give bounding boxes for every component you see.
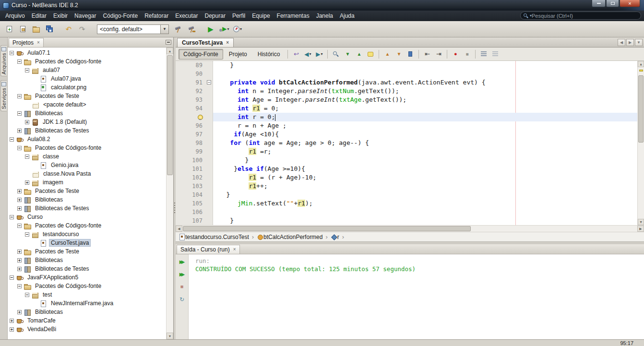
expander-toggle[interactable]: − — [10, 275, 14, 280]
editor-vscroll-thumb[interactable] — [638, 75, 644, 143]
expander-toggle[interactable]: − — [10, 137, 14, 142]
fold-collapse-icon[interactable]: − — [207, 80, 211, 84]
expander-toggle[interactable]: − — [17, 284, 22, 288]
toggle-highlight-button[interactable] — [365, 49, 376, 60]
tab-output[interactable]: Saída - Curso (run) × — [177, 245, 240, 254]
tree-item[interactable]: −classe — [8, 152, 173, 161]
code-line[interactable]: 89 } — [176, 61, 644, 70]
tree-item[interactable]: −Aula08.2 — [8, 135, 173, 143]
scroll-tabs-right-button[interactable]: ▶ — [626, 39, 634, 46]
menu-item-navegar[interactable]: Navegar — [71, 11, 99, 21]
toggle-bookmark-button[interactable] — [405, 49, 416, 60]
menu-item-c-digo-fonte[interactable]: Código-Fonte — [99, 11, 141, 21]
expander-toggle[interactable]: − — [17, 60, 22, 64]
tree-item[interactable]: +Pacotes de Teste — [8, 187, 173, 195]
editor-vertical-scrollbar[interactable]: ▲ ▼ — [637, 61, 644, 225]
uncomment-button[interactable] — [490, 49, 501, 60]
code-line[interactable]: 92 int n = Integer.parseInt(txtNum.getTe… — [176, 87, 644, 95]
tree-item[interactable]: +VendaDeBi — [8, 325, 173, 334]
debug-project-button[interactable]: ▶▾ — [218, 23, 230, 36]
stop-build-button[interactable]: ■ — [178, 282, 187, 291]
tree-item[interactable]: +Bibliotecas — [8, 195, 173, 204]
find-selection-button[interactable] — [331, 49, 341, 60]
code-line[interactable]: 97 if(Age <10){ — [176, 130, 644, 139]
build-project-button[interactable] — [172, 23, 184, 36]
tree-item[interactable]: +Bibliotecas — [8, 256, 173, 264]
minimize-panel-button[interactable] — [166, 40, 171, 45]
expander-toggle[interactable]: − — [25, 68, 29, 72]
expander-toggle[interactable]: + — [17, 189, 22, 193]
tab-cursotest-java[interactable]: CursoTest.java × — [177, 38, 234, 47]
projects-scrollbar-thumb[interactable] — [167, 55, 173, 175]
expander-toggle[interactable]: + — [17, 267, 22, 271]
expander-toggle[interactable]: − — [10, 215, 14, 219]
tree-item[interactable]: +imagem — [8, 178, 173, 187]
scroll-up-icon[interactable]: ▲ — [167, 48, 173, 54]
tree-item[interactable]: −Pacotes de Códigos-fonte — [8, 57, 173, 66]
tree-item[interactable]: +TomarCafe — [8, 316, 173, 325]
previous-bookmark-button[interactable]: ▲ — [382, 49, 393, 60]
menu-item-equipe[interactable]: Equipe — [249, 11, 273, 21]
stop-macro-button[interactable]: ■ — [462, 49, 472, 60]
tree-item[interactable]: −Curso — [8, 213, 173, 221]
previous-occurrence-button[interactable]: ▲ — [354, 49, 364, 60]
tree-item[interactable]: +JDK 1.8 (Default) — [8, 118, 173, 126]
forward-button[interactable]: ▶▾ — [314, 49, 324, 60]
expander-toggle[interactable]: + — [17, 206, 22, 211]
tree-item[interactable]: −JavaFXApplication5 — [8, 273, 173, 282]
expander-toggle[interactable]: + — [17, 250, 22, 254]
menu-item-exibir[interactable]: Exibir — [50, 11, 71, 21]
last-edit-button[interactable]: ↩ — [291, 49, 301, 60]
expander-toggle[interactable]: + — [17, 198, 22, 202]
tree-item[interactable]: <pacote default> — [8, 100, 173, 109]
search-input[interactable] — [532, 13, 638, 19]
code-line[interactable]: 101 }else if(Age >=10){ — [176, 165, 644, 173]
expander-toggle[interactable]: + — [17, 310, 22, 314]
tree-item[interactable]: −Pacotes de Códigos-fonte — [8, 221, 173, 230]
tab-projects[interactable]: Projetos × — [9, 38, 44, 47]
scroll-right-icon[interactable]: ▶ — [637, 226, 644, 232]
editor-hscroll-thumb[interactable] — [183, 226, 471, 231]
menu-item-depurar[interactable]: Depurar — [202, 11, 229, 21]
view-button-c-digo-fonte[interactable]: Código-Fonte — [179, 49, 223, 60]
tree-item[interactable]: CursoTest.java — [8, 239, 173, 247]
minimize-button[interactable] — [592, 0, 606, 7]
menu-item-ferramentas[interactable]: Ferramentas — [274, 11, 313, 21]
tree-item[interactable]: −Pacotes de Códigos-fonte — [8, 143, 173, 152]
expander-toggle[interactable]: + — [10, 319, 14, 323]
tree-item[interactable]: classe.Nova Pasta — [8, 169, 173, 178]
expander-toggle[interactable]: − — [17, 94, 22, 98]
code-line[interactable]: 107 } — [176, 216, 644, 225]
profile-project-button[interactable]: ▾ — [231, 23, 244, 36]
tree-item[interactable]: NewJInternalFrame.java — [8, 299, 173, 308]
quick-search-box[interactable]: ▾ — [520, 12, 641, 20]
scroll-down-icon[interactable]: ▼ — [167, 333, 173, 339]
breadcrumb-item-r[interactable]: r — [331, 234, 339, 240]
new-project-button[interactable] — [16, 23, 29, 36]
expander-toggle[interactable]: − — [17, 224, 22, 228]
code-line[interactable]: 90 — [176, 70, 644, 78]
tree-item[interactable]: +Bibliotecas de Testes — [8, 126, 173, 135]
code-line[interactable]: 106 — [176, 208, 644, 216]
projects-scrollbar[interactable]: ▲ ▼ — [166, 48, 173, 339]
shift-right-button[interactable]: ⇥ — [433, 49, 444, 60]
expander-toggle[interactable]: + — [10, 327, 14, 332]
output-tab-close-icon[interactable]: × — [233, 247, 236, 252]
clean-build-button[interactable] — [185, 23, 198, 36]
menu-item-editar[interactable]: Editar — [28, 11, 50, 21]
expander-toggle[interactable]: − — [25, 232, 29, 237]
tree-item[interactable]: −aula07 — [8, 66, 173, 74]
expander-toggle[interactable]: + — [25, 180, 29, 185]
rerun-with-params-button[interactable]: ▶▶ — [178, 270, 187, 279]
projects-tab-close-icon[interactable]: × — [37, 40, 40, 45]
code-line[interactable]: 102 r1 = (r + Age)-10; — [176, 173, 644, 182]
tree-item[interactable]: −Aula07.1 — [8, 48, 173, 57]
menu-item-refatorar[interactable]: Refatorar — [141, 11, 172, 21]
code-line[interactable]: 103 r1++; — [176, 182, 644, 191]
code-line[interactable]: 96 r = n + Age ; — [176, 121, 644, 130]
undo-button[interactable]: ↶ — [62, 23, 75, 36]
open-project-button[interactable] — [30, 23, 42, 36]
scroll-left-icon[interactable]: ◀ — [176, 226, 182, 232]
tree-item[interactable]: −test — [8, 290, 173, 299]
tab-list-button[interactable]: ▼ — [635, 39, 643, 46]
